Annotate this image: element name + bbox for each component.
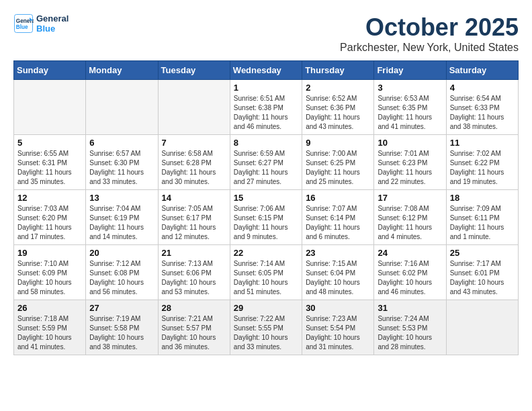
day-number: 12 xyxy=(17,193,82,203)
day-info: Sunrise: 6:59 AM Sunset: 6:27 PM Dayligh… xyxy=(234,149,298,187)
day-number: 24 xyxy=(378,248,442,258)
calendar-cell: 24Sunrise: 7:16 AM Sunset: 6:02 PM Dayli… xyxy=(374,245,446,300)
day-number: 20 xyxy=(89,248,154,258)
calendar-cell: 14Sunrise: 7:05 AM Sunset: 6:17 PM Dayli… xyxy=(158,190,230,245)
calendar-cell: 7Sunrise: 6:58 AM Sunset: 6:28 PM Daylig… xyxy=(158,135,230,190)
day-info: Sunrise: 7:17 AM Sunset: 6:01 PM Dayligh… xyxy=(450,259,515,297)
calendar-cell: 13Sunrise: 7:04 AM Sunset: 6:19 PM Dayli… xyxy=(86,190,158,245)
day-info: Sunrise: 7:14 AM Sunset: 6:05 PM Dayligh… xyxy=(234,259,298,297)
day-info: Sunrise: 6:57 AM Sunset: 6:30 PM Dayligh… xyxy=(89,149,154,187)
calendar-cell: 23Sunrise: 7:15 AM Sunset: 6:04 PM Dayli… xyxy=(302,245,374,300)
day-number: 22 xyxy=(234,248,298,258)
day-info: Sunrise: 7:08 AM Sunset: 6:12 PM Dayligh… xyxy=(378,204,442,242)
calendar-week-3: 12Sunrise: 7:03 AM Sunset: 6:20 PM Dayli… xyxy=(14,190,519,245)
calendar-cell: 26Sunrise: 7:18 AM Sunset: 5:59 PM Dayli… xyxy=(14,300,86,355)
calendar-cell xyxy=(14,80,86,135)
day-number: 27 xyxy=(89,303,154,313)
day-number: 1 xyxy=(234,83,298,93)
logo-line2: Blue xyxy=(36,24,69,34)
weekday-header-saturday: Saturday xyxy=(446,61,518,80)
day-number: 23 xyxy=(306,248,370,258)
calendar-cell: 28Sunrise: 7:21 AM Sunset: 5:57 PM Dayli… xyxy=(158,300,230,355)
calendar-cell: 15Sunrise: 7:06 AM Sunset: 6:15 PM Dayli… xyxy=(230,190,302,245)
day-number: 5 xyxy=(17,138,82,148)
day-info: Sunrise: 7:10 AM Sunset: 6:09 PM Dayligh… xyxy=(17,259,82,297)
weekday-header-thursday: Thursday xyxy=(302,61,374,80)
day-number: 31 xyxy=(378,303,442,313)
weekday-header-friday: Friday xyxy=(374,61,446,80)
calendar-cell: 21Sunrise: 7:13 AM Sunset: 6:06 PM Dayli… xyxy=(158,245,230,300)
weekday-header-wednesday: Wednesday xyxy=(230,61,302,80)
day-info: Sunrise: 7:01 AM Sunset: 6:23 PM Dayligh… xyxy=(378,149,442,187)
calendar-cell: 9Sunrise: 7:00 AM Sunset: 6:25 PM Daylig… xyxy=(302,135,374,190)
calendar-cell: 2Sunrise: 6:52 AM Sunset: 6:36 PM Daylig… xyxy=(302,80,374,135)
calendar-cell xyxy=(158,80,230,135)
calendar-cell: 4Sunrise: 6:54 AM Sunset: 6:33 PM Daylig… xyxy=(446,80,518,135)
day-number: 25 xyxy=(450,248,515,258)
day-info: Sunrise: 6:53 AM Sunset: 6:35 PM Dayligh… xyxy=(378,94,442,132)
day-info: Sunrise: 7:06 AM Sunset: 6:15 PM Dayligh… xyxy=(234,204,298,242)
day-number: 14 xyxy=(162,193,226,203)
day-info: Sunrise: 7:22 AM Sunset: 5:55 PM Dayligh… xyxy=(234,314,298,352)
day-number: 29 xyxy=(234,303,298,313)
day-number: 16 xyxy=(306,193,370,203)
day-info: Sunrise: 6:58 AM Sunset: 6:28 PM Dayligh… xyxy=(162,149,226,187)
day-number: 3 xyxy=(378,83,442,93)
svg-text:Blue: Blue xyxy=(16,24,28,30)
title-section: October 2025 Parkchester, New York, Unit… xyxy=(340,13,519,54)
calendar-cell: 19Sunrise: 7:10 AM Sunset: 6:09 PM Dayli… xyxy=(14,245,86,300)
day-number: 15 xyxy=(234,193,298,203)
calendar-cell: 6Sunrise: 6:57 AM Sunset: 6:30 PM Daylig… xyxy=(86,135,158,190)
day-number: 13 xyxy=(89,193,154,203)
day-info: Sunrise: 7:13 AM Sunset: 6:06 PM Dayligh… xyxy=(162,259,226,297)
calendar-cell: 31Sunrise: 7:24 AM Sunset: 5:53 PM Dayli… xyxy=(374,300,446,355)
day-number: 30 xyxy=(306,303,370,313)
day-info: Sunrise: 7:16 AM Sunset: 6:02 PM Dayligh… xyxy=(378,259,442,297)
day-info: Sunrise: 7:00 AM Sunset: 6:25 PM Dayligh… xyxy=(306,149,370,187)
day-info: Sunrise: 7:03 AM Sunset: 6:20 PM Dayligh… xyxy=(17,204,82,242)
calendar-cell: 5Sunrise: 6:55 AM Sunset: 6:31 PM Daylig… xyxy=(14,135,86,190)
day-number: 7 xyxy=(162,138,226,148)
month-title: October 2025 xyxy=(340,13,519,42)
calendar-cell: 10Sunrise: 7:01 AM Sunset: 6:23 PM Dayli… xyxy=(374,135,446,190)
weekday-header-tuesday: Tuesday xyxy=(158,61,230,80)
day-number: 26 xyxy=(17,303,82,313)
day-info: Sunrise: 7:15 AM Sunset: 6:04 PM Dayligh… xyxy=(306,259,370,297)
day-info: Sunrise: 7:21 AM Sunset: 5:57 PM Dayligh… xyxy=(162,314,226,352)
calendar-cell: 22Sunrise: 7:14 AM Sunset: 6:05 PM Dayli… xyxy=(230,245,302,300)
day-number: 21 xyxy=(162,248,226,258)
day-info: Sunrise: 7:18 AM Sunset: 5:59 PM Dayligh… xyxy=(17,314,82,352)
logo: General Blue General Blue xyxy=(13,13,69,34)
svg-text:General: General xyxy=(16,18,34,24)
day-info: Sunrise: 6:55 AM Sunset: 6:31 PM Dayligh… xyxy=(17,149,82,187)
calendar-week-5: 26Sunrise: 7:18 AM Sunset: 5:59 PM Dayli… xyxy=(14,300,519,355)
calendar-week-2: 5Sunrise: 6:55 AM Sunset: 6:31 PM Daylig… xyxy=(14,135,519,190)
calendar-cell: 12Sunrise: 7:03 AM Sunset: 6:20 PM Dayli… xyxy=(14,190,86,245)
calendar-cell: 29Sunrise: 7:22 AM Sunset: 5:55 PM Dayli… xyxy=(230,300,302,355)
calendar-week-4: 19Sunrise: 7:10 AM Sunset: 6:09 PM Dayli… xyxy=(14,245,519,300)
calendar-cell xyxy=(446,300,518,355)
logo-line1: General xyxy=(36,13,69,24)
day-info: Sunrise: 7:09 AM Sunset: 6:11 PM Dayligh… xyxy=(450,204,515,242)
calendar-cell: 27Sunrise: 7:19 AM Sunset: 5:58 PM Dayli… xyxy=(86,300,158,355)
day-number: 2 xyxy=(306,83,370,93)
day-info: Sunrise: 7:19 AM Sunset: 5:58 PM Dayligh… xyxy=(89,314,154,352)
calendar-cell: 3Sunrise: 6:53 AM Sunset: 6:35 PM Daylig… xyxy=(374,80,446,135)
calendar-cell: 30Sunrise: 7:23 AM Sunset: 5:54 PM Dayli… xyxy=(302,300,374,355)
day-number: 9 xyxy=(306,138,370,148)
day-info: Sunrise: 7:24 AM Sunset: 5:53 PM Dayligh… xyxy=(378,314,442,352)
day-number: 19 xyxy=(17,248,82,258)
calendar-cell xyxy=(86,80,158,135)
day-number: 18 xyxy=(450,193,515,203)
calendar-cell: 20Sunrise: 7:12 AM Sunset: 6:08 PM Dayli… xyxy=(86,245,158,300)
weekday-header-monday: Monday xyxy=(86,61,158,80)
day-info: Sunrise: 7:05 AM Sunset: 6:17 PM Dayligh… xyxy=(162,204,226,242)
day-info: Sunrise: 6:51 AM Sunset: 6:38 PM Dayligh… xyxy=(234,94,298,132)
day-number: 11 xyxy=(450,138,515,148)
calendar-cell: 17Sunrise: 7:08 AM Sunset: 6:12 PM Dayli… xyxy=(374,190,446,245)
calendar-week-1: 1Sunrise: 6:51 AM Sunset: 6:38 PM Daylig… xyxy=(14,80,519,135)
calendar-cell: 25Sunrise: 7:17 AM Sunset: 6:01 PM Dayli… xyxy=(446,245,518,300)
calendar-cell: 11Sunrise: 7:02 AM Sunset: 6:22 PM Dayli… xyxy=(446,135,518,190)
calendar-cell: 16Sunrise: 7:07 AM Sunset: 6:14 PM Dayli… xyxy=(302,190,374,245)
calendar: SundayMondayTuesdayWednesdayThursdayFrid… xyxy=(13,60,519,355)
